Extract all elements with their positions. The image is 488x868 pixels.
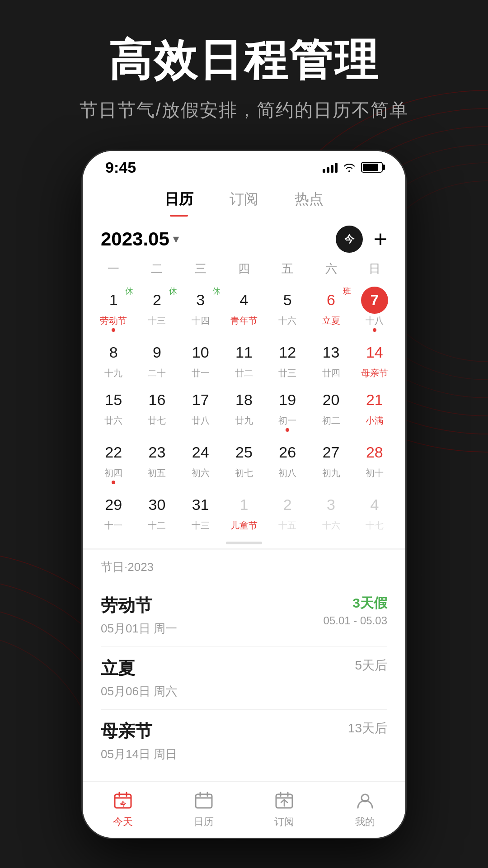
calendar-day-18-17[interactable]: 18廿九 [222, 384, 266, 436]
tab-subscribe[interactable]: 订阅 [230, 189, 258, 217]
day-number-12: 13 [318, 339, 345, 366]
scroll-bar [226, 542, 262, 544]
calendar-day-9-8[interactable]: 9二十 [135, 336, 178, 384]
day-number-31: 1 [230, 491, 258, 519]
nav-label-subscribe: 订阅 [274, 815, 294, 829]
calendar-day-15-14[interactable]: 15廿六 [92, 384, 135, 436]
calendar-day-10-9[interactable]: 10廿一 [179, 336, 222, 384]
weekday-tue: 二 [135, 257, 178, 280]
calendar-day-23-22[interactable]: 23初五 [135, 436, 178, 489]
day-sub-11: 廿三 [278, 367, 296, 379]
day-sub-7: 十九 [104, 367, 122, 379]
day-sub-24: 初七 [235, 467, 253, 479]
event-labor-right: 3天假 05.01 - 05.03 [324, 594, 387, 627]
calendar-day-29-28[interactable]: 29十一 [92, 489, 135, 536]
day-number-3: 4 [230, 287, 258, 314]
calendar-day-31-30[interactable]: 31十三 [179, 489, 222, 536]
event-mothersday-name: 母亲节 [101, 720, 177, 743]
calendar-days: 休1劳动节休2十三休3十四4青年节5十六班6立夏7十八8十九9二十10廿一11廿… [92, 284, 396, 536]
calendar-month[interactable]: 2023.05 ▾ [101, 228, 178, 250]
subscribe-icon [272, 789, 296, 812]
phone-mockup-container: 9:45 日历 订阅 [0, 141, 488, 839]
day-tag-1: 休 [169, 286, 177, 297]
day-sub-18: 初一 [278, 415, 296, 427]
calendar-day-6-5[interactable]: 班6立夏 [309, 284, 352, 336]
nav-item-subscribe[interactable]: 订阅 [244, 789, 325, 829]
day-number-20: 21 [361, 387, 388, 414]
day-sub-13: 母亲节 [361, 367, 388, 379]
calendar-day-3-33[interactable]: 3十六 [309, 489, 352, 536]
tab-hotspot[interactable]: 热点 [295, 189, 324, 217]
calendar-day-27-26[interactable]: 27初九 [309, 436, 352, 489]
calendar-day-26-25[interactable]: 26初八 [266, 436, 309, 489]
weekday-mon: 一 [92, 257, 135, 280]
calendar-day-13-12[interactable]: 13廿四 [309, 336, 352, 384]
page-subtitle: 节日节气/放假安排，简约的日历不简单 [27, 98, 461, 123]
events-year-label: 节日·2023 [101, 559, 387, 575]
day-sub-30: 十三 [192, 519, 210, 532]
wifi-icon [343, 162, 356, 172]
nav-item-today[interactable]: 今 今天 [83, 789, 164, 829]
calendar-day-17-16[interactable]: 17廿八 [179, 384, 222, 436]
day-sub-10: 廿二 [235, 367, 253, 379]
calendar-day-1-0[interactable]: 休1劳动节 [92, 284, 135, 336]
event-lixia-days-later: 5天后 [355, 657, 387, 674]
event-labor-left: 劳动节 05月01日 周一 [101, 594, 177, 637]
today-button[interactable]: 今 [336, 226, 363, 253]
calendar-day-11-10[interactable]: 11廿二 [222, 336, 266, 384]
nav-item-profile[interactable]: 我的 [325, 789, 406, 829]
calendar-day-4-3[interactable]: 4青年节 [222, 284, 266, 336]
day-number-17: 18 [230, 387, 258, 414]
calendar-day-20-19[interactable]: 20初二 [309, 384, 352, 436]
calendar-day-4-34[interactable]: 4十七 [353, 489, 396, 536]
calendar-day-24-23[interactable]: 24初六 [179, 436, 222, 489]
day-number-1: 2 [143, 287, 170, 314]
svg-rect-15 [196, 794, 212, 808]
profile-icon [353, 789, 377, 812]
calendar-day-16-15[interactable]: 16廿七 [135, 384, 178, 436]
day-number-34: 4 [361, 491, 388, 519]
day-sub-33: 十六 [322, 519, 340, 532]
tab-calendar[interactable]: 日历 [164, 189, 193, 217]
calendar-day-3-2[interactable]: 休3十四 [179, 284, 222, 336]
weekday-thu: 四 [222, 257, 266, 280]
calendar-day-30-29[interactable]: 30十二 [135, 489, 178, 536]
add-event-button[interactable]: + [374, 227, 387, 251]
day-sub-5: 立夏 [322, 315, 340, 327]
page-title: 高效日程管理 [27, 36, 461, 84]
weekday-sun: 日 [353, 257, 396, 280]
nav-item-calendar[interactable]: 日历 [164, 789, 244, 829]
nav-label-profile: 我的 [355, 815, 375, 829]
calendar-day-2-1[interactable]: 休2十三 [135, 284, 178, 336]
calendar-day-19-18[interactable]: 19初一 [266, 384, 309, 436]
calendar-day-7-6[interactable]: 7十八 [353, 284, 396, 336]
day-number-11: 12 [274, 339, 301, 366]
event-item-labor[interactable]: 劳动节 05月01日 周一 3天假 05.01 - 05.03 [101, 584, 387, 647]
weekday-wed: 三 [179, 257, 222, 280]
calendar-grid: 一 二 三 四 五 六 日 休1劳动节休2十三休3十四4青年节5十六班6立夏7十… [83, 257, 405, 536]
day-dot-6 [373, 328, 376, 332]
calendar-day-21-20[interactable]: 21小满 [353, 384, 396, 436]
calendar-day-8-7[interactable]: 8十九 [92, 336, 135, 384]
event-item-mothersday[interactable]: 母亲节 05月14日 周日 13天后 [101, 710, 387, 772]
event-lixia-date: 05月06日 周六 [101, 684, 177, 699]
event-item-lixia[interactable]: 立夏 05月06日 周六 5天后 [101, 647, 387, 710]
calendar-day-14-13[interactable]: 14母亲节 [353, 336, 396, 384]
calendar-day-28-27[interactable]: 28初十 [353, 436, 396, 489]
day-tag-5: 班 [343, 286, 351, 297]
calendar-day-12-11[interactable]: 12廿三 [266, 336, 309, 384]
day-dot-18 [286, 428, 289, 432]
calendar-day-1-31[interactable]: 1儿童节 [222, 489, 266, 536]
events-section: 节日·2023 劳动节 05月01日 周一 3天假 05.01 - 05.03 … [83, 550, 405, 781]
month-dropdown-icon[interactable]: ▾ [173, 233, 178, 245]
day-sub-22: 初五 [148, 467, 166, 479]
calendar-day-25-24[interactable]: 25初七 [222, 436, 266, 489]
calendar-day-22-21[interactable]: 22初四 [92, 436, 135, 489]
day-sub-9: 廿一 [192, 367, 210, 379]
calendar-day-2-32[interactable]: 2十五 [266, 489, 309, 536]
day-number-2: 3 [187, 287, 214, 314]
day-sub-12: 廿四 [322, 367, 340, 379]
day-sub-14: 廿六 [104, 415, 122, 427]
day-sub-32: 十五 [278, 519, 296, 532]
calendar-day-5-4[interactable]: 5十六 [266, 284, 309, 336]
